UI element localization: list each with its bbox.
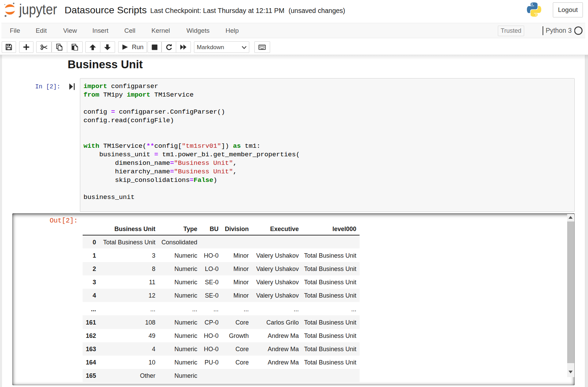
svg-text:jupyter: jupyter [19,1,57,17]
